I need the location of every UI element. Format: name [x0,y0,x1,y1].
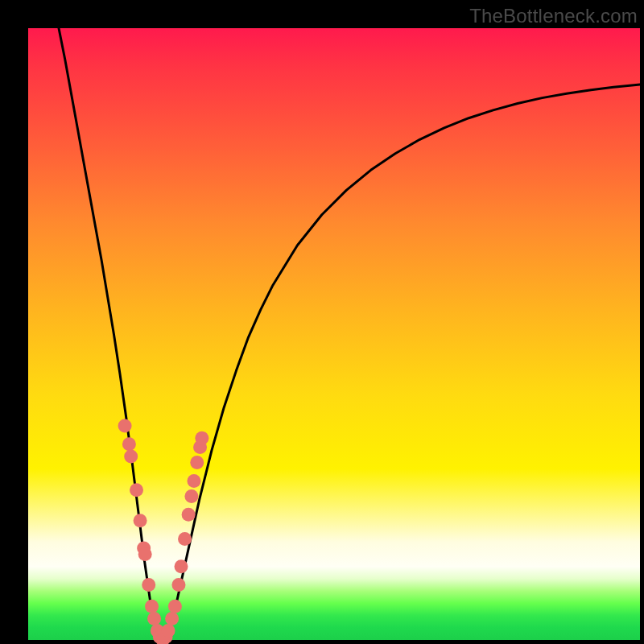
plot-area [28,28,640,640]
chart-frame: TheBottleneck.com [0,0,644,644]
watermark-text: TheBottleneck.com [469,5,638,27]
